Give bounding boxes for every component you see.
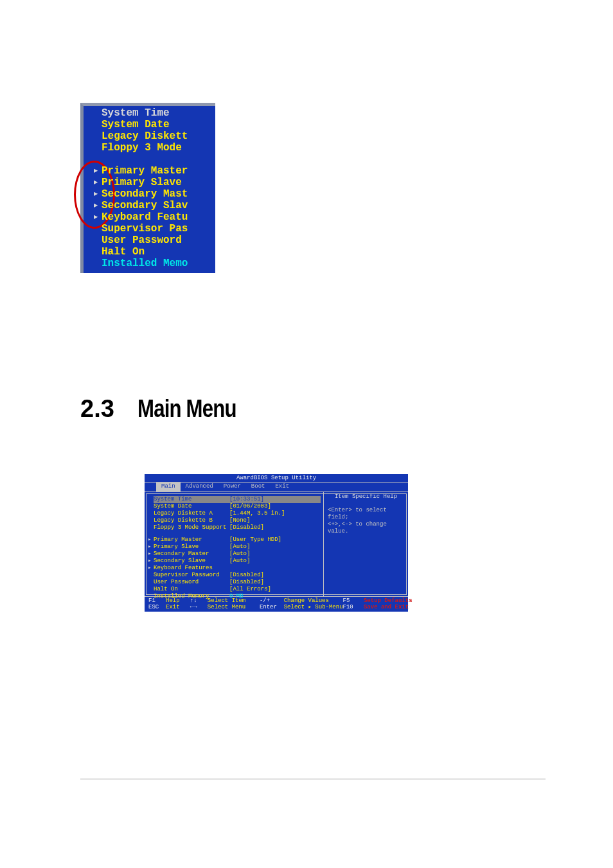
field-value: [1.44M, 3.5 in.]	[229, 510, 285, 517]
submenu-arrow-icon: ▸	[148, 544, 154, 551]
menu-row: System Date	[84, 119, 215, 130]
section-heading: 2.3 Main Menu	[80, 395, 613, 423]
menu-row: Floppy 3 Mode	[84, 142, 215, 154]
field-row: Floppy 3 Mode Support[Disabled]	[154, 524, 321, 531]
field-label: Secondary Master	[154, 551, 229, 558]
field-value: [Auto]	[229, 544, 250, 551]
tab-main: Main	[156, 483, 181, 492]
bios-fields: System Time[10:33:51] System Date[01/06/…	[145, 492, 323, 603]
field-value: [Auto]	[229, 558, 250, 565]
menu-row: Installed Memo	[84, 258, 215, 269]
field-value: 0 MB	[229, 593, 244, 600]
field-label: Supervisor Password	[154, 572, 229, 579]
menu-row: System Time	[84, 107, 215, 119]
menu-item: Secondary Mast	[102, 188, 188, 200]
field-row: System Time[10:33:51]	[154, 496, 321, 503]
bios-menu-crop: System Time System Date Legacy Diskett F…	[80, 103, 215, 273]
field-label: Keyboard Features	[154, 565, 229, 572]
bios-help-pane: Item Specific Help <Enter> to select fie…	[323, 492, 408, 596]
field-value: [All Errors]	[229, 586, 271, 593]
field-value: [Disabled]	[229, 572, 264, 579]
menu-item: System Date	[102, 119, 170, 130]
key-action: Save and Exit	[364, 604, 409, 610]
field-value: [Disabled]	[229, 524, 264, 531]
section-title: Main Menu	[138, 395, 236, 423]
menu-item: Primary Slave	[102, 177, 182, 188]
field-row: ▸Secondary Slave[Auto]	[154, 558, 321, 565]
submenu-arrow-icon: ▸	[148, 536, 154, 544]
field-row: ▸Secondary Master[Auto]	[154, 551, 321, 558]
key-action: Exit	[166, 604, 180, 610]
field-row: Installed Memory0 MB	[154, 593, 321, 600]
menu-item: Legacy Diskett	[102, 130, 188, 142]
footer-right: F5 Setup Defaults F10 Save and Exit	[343, 598, 413, 610]
menu-row: User Password	[84, 235, 215, 246]
field-row: Legacy Diskette A[1.44M, 3.5 in.]	[154, 510, 321, 517]
field-value: [10:33:51]	[229, 496, 264, 503]
bios-fields-pane: System Time[10:33:51] System Date[01/06/…	[145, 492, 323, 596]
menu-row: ▸Secondary Slav	[84, 200, 215, 211]
field-value: [None]	[229, 517, 250, 524]
field-row: ▸Primary Slave[Auto]	[154, 544, 321, 551]
menu-item-selected: System Time	[102, 107, 170, 119]
field-label: System Time	[154, 496, 229, 503]
menu-row: ▸Primary Master	[84, 165, 215, 177]
menu-row: ▸Keyboard Featu	[84, 211, 215, 223]
document-page: System Time System Date Legacy Diskett F…	[0, 103, 613, 779]
page-footer-rule	[80, 779, 546, 779]
menu-item: Keyboard Featu	[102, 211, 188, 223]
menu-row: Supervisor Pas	[84, 223, 215, 235]
key-label: ←→	[190, 604, 197, 610]
field-label: Primary Slave	[154, 544, 229, 551]
menu-row: Halt On	[84, 246, 215, 258]
submenu-arrow-icon: ▸	[84, 211, 102, 223]
menu-item: User Password	[102, 235, 182, 246]
field-label: User Password	[154, 579, 229, 586]
menu-row: Legacy Diskett	[84, 130, 215, 142]
key-action: Select Menu	[208, 604, 245, 610]
submenu-arrow-icon: ▸	[148, 565, 154, 572]
help-line: <+>,<-> to change value.	[328, 521, 404, 535]
menu-row: ▸Secondary Mast	[84, 188, 215, 200]
menu-item: Supervisor Pas	[102, 223, 188, 235]
bios-body: System Time[10:33:51] System Date[01/06/…	[145, 492, 408, 596]
bios-title: AwardBIOS Setup Utility	[145, 474, 408, 482]
menu-row: ▸Primary Slave	[84, 177, 215, 188]
field-value: [01/06/2003]	[229, 503, 271, 510]
field-label: Secondary Slave	[154, 558, 229, 565]
field-value: [User Type HDD]	[229, 536, 281, 544]
field-row: Halt On[All Errors]	[154, 586, 321, 593]
submenu-arrow-icon: ▸	[84, 188, 102, 200]
help-heading: Item Specific Help	[328, 493, 404, 500]
field-label: Halt On	[154, 586, 229, 593]
tab-advanced: Advanced	[181, 483, 218, 492]
field-value: [Auto]	[229, 551, 250, 558]
tab-boot: Boot	[246, 483, 271, 492]
key-label: ESC	[148, 604, 159, 610]
key-label: F10	[343, 604, 353, 610]
submenu-arrow-icon: ▸	[84, 165, 102, 177]
tab-power: Power	[218, 483, 246, 492]
key-action: Select ▸ Sub-Menu	[284, 604, 343, 610]
field-row: System Date[01/06/2003]	[154, 503, 321, 510]
field-label: Legacy Diskette A	[154, 510, 229, 517]
menu-item: Secondary Slav	[102, 200, 188, 211]
field-row: ▸Primary Master[User Type HDD]	[154, 536, 321, 544]
submenu-arrow-icon: ▸	[84, 200, 102, 211]
key-action: Setup Defaults	[364, 598, 413, 604]
field-row: User Password[Disabled]	[154, 579, 321, 586]
key-label: F5	[343, 598, 350, 604]
field-label: Installed Memory	[154, 593, 229, 600]
field-value: [Disabled]	[229, 579, 264, 586]
field-label: System Date	[154, 503, 229, 510]
menu-item: Floppy 3 Mode	[102, 142, 182, 154]
menu-item: Installed Memo	[102, 258, 188, 269]
field-label: Legacy Diskette B	[154, 517, 229, 524]
field-row: ▸Keyboard Features	[154, 565, 321, 572]
bios-tabs: Main Advanced Power Boot Exit	[145, 482, 408, 492]
menu-item: Halt On	[102, 246, 145, 258]
tab-exit: Exit	[270, 483, 294, 492]
help-line: <Enter> to select field;	[328, 507, 404, 521]
field-row: Legacy Diskette B[None]	[154, 517, 321, 524]
field-label: Primary Master	[154, 536, 229, 544]
